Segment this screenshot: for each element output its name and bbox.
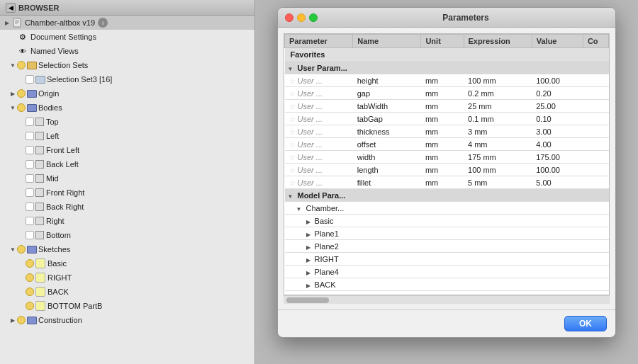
param-row-tabwidth[interactable]: ☆ User ... tabWidth mm 25 mm 25.00 — [285, 100, 609, 113]
param-row-length[interactable]: ☆ User ... length mm 100 mm 100.00 — [285, 164, 609, 176]
browser-tree: Chamber-altbox v19 i ⚙ Document Settings… — [0, 16, 254, 364]
bottom-label: Bottom — [46, 231, 71, 239]
browser-panel-title: BROWSER — [18, 4, 59, 12]
param-unit-tabwidth: mm — [421, 100, 464, 113]
ok-button[interactable]: OK — [564, 316, 607, 331]
back-right-body-icon — [35, 203, 44, 211]
tree-item-doc-settings[interactable]: ⚙ Document Settings — [0, 30, 254, 44]
front-left-check-icon — [26, 146, 34, 154]
col-expression: Expression — [464, 35, 532, 48]
browser-title-bar: ◀ BROWSER — [0, 0, 254, 16]
model-params-expand-arrow — [288, 193, 293, 200]
dialog-title: Parameters — [323, 13, 608, 23]
param-star-fillet: ☆ User ... — [285, 176, 353, 189]
selection-sets-icon — [17, 61, 26, 69]
param-expr-length: 100 mm — [464, 164, 532, 176]
model-params-section-header[interactable]: Model Para... — [285, 189, 609, 202]
model-param-plane4[interactable]: Plane4 — [285, 266, 609, 278]
param-val-height: 100.00 — [532, 74, 583, 87]
maximize-button[interactable] — [309, 13, 318, 22]
bottom-partb-icon — [35, 301, 45, 311]
tree-item-mid[interactable]: Mid — [0, 171, 254, 186]
param-row-fillet[interactable]: ☆ User ... fillet mm 5 mm 5.00 — [285, 176, 609, 189]
model-param-plane1[interactable]: Plane1 — [285, 227, 609, 240]
tree-item-front-left[interactable]: Front Left — [0, 143, 254, 157]
right-mp-cell: RIGHT — [285, 253, 609, 266]
tree-item-right-sketch[interactable]: RIGHT — [0, 271, 254, 285]
user-params-section-header[interactable]: User Param... — [285, 62, 609, 74]
plane1-label: Plane1 — [315, 229, 339, 238]
right-body-icon — [35, 217, 44, 225]
tree-item-back-right[interactable]: Back Right — [0, 200, 254, 214]
model-param-chamber[interactable]: Chamber... — [285, 202, 609, 215]
params-table-container[interactable]: Parameter Name Unit Expression Value Co … — [284, 33, 610, 295]
sketches-arrow — [9, 245, 17, 254]
model-param-right[interactable]: RIGHT — [285, 253, 609, 266]
basic-sketch-icon — [35, 258, 45, 268]
param-name-tabwidth: tabWidth — [353, 100, 421, 113]
param-star-width: ☆ User ... — [285, 151, 353, 164]
right-check-icon — [26, 217, 34, 225]
horizontal-scrollbar[interactable] — [284, 295, 610, 304]
tree-item-basic-sketch[interactable]: Basic — [0, 256, 254, 271]
tree-item-selection-set3[interactable]: Selection Set3 [16] — [0, 72, 254, 86]
param-val-tabwidth: 25.00 — [532, 100, 583, 113]
tree-item-named-views[interactable]: 👁 Named Views — [0, 44, 254, 58]
scrollbar-thumb[interactable] — [286, 297, 329, 303]
tree-item-bottom-partb[interactable]: BOTTOM PartB — [0, 299, 254, 313]
param-unit-fillet: mm — [421, 176, 464, 189]
param-row-gap[interactable]: ☆ User ... gap mm 0.2 mm 0.20 — [285, 87, 609, 100]
param-row-tabgap[interactable]: ☆ User ... tabGap mm 0.1 mm 0.10 — [285, 113, 609, 125]
tree-item-bottom[interactable]: Bottom — [0, 228, 254, 242]
doc-settings-label: Document Settings — [30, 33, 96, 41]
param-name-fillet: fillet — [353, 176, 421, 189]
param-row-offset[interactable]: ☆ User ... offset mm 4 mm 4.00 — [285, 138, 609, 151]
user-params-header-cell: User Param... — [285, 62, 609, 74]
dialog-footer: OK — [278, 309, 615, 337]
tree-item-left[interactable]: Left — [0, 129, 254, 143]
tree-item-back-sketch[interactable]: BACK — [0, 285, 254, 299]
param-name-offset: offset — [353, 138, 421, 151]
tree-item-origin[interactable]: Origin — [0, 86, 254, 101]
chamber-cell: Chamber... — [285, 202, 609, 215]
tree-item-construction[interactable]: Construction — [0, 313, 254, 327]
param-val-length: 100.00 — [532, 164, 583, 176]
param-name-height: height — [353, 74, 421, 87]
minimize-button[interactable] — [297, 13, 306, 22]
param-row-thickness[interactable]: ☆ User ... thickness mm 3 mm 3.00 — [285, 125, 609, 138]
tree-item-front-right[interactable]: Front Right — [0, 186, 254, 200]
plane4-label: Plane4 — [315, 268, 339, 276]
model-param-back[interactable]: BACK — [285, 278, 609, 291]
plane2-label: Plane2 — [315, 242, 339, 251]
param-expr-width: 175 mm — [464, 151, 532, 164]
param-row-height[interactable]: ☆ User ... height mm 100 mm 100.00 — [285, 74, 609, 87]
construction-folder-icon — [27, 317, 37, 324]
browser-document-item[interactable]: Chamber-altbox v19 i — [0, 16, 254, 30]
param-unit-thickness: mm — [421, 125, 464, 138]
param-star-tabgap: ☆ User ... — [285, 113, 353, 125]
bodies-bulb-icon — [17, 103, 26, 112]
mid-label: Mid — [46, 174, 59, 183]
tree-item-right[interactable]: Right — [0, 214, 254, 228]
model-params-header-cell: Model Para... — [285, 189, 609, 202]
gear-icon: ⚙ — [17, 31, 28, 42]
back-left-label: Back Left — [46, 160, 79, 169]
left-check-icon — [26, 132, 34, 140]
param-row-width[interactable]: ☆ User ... width mm 175 mm 175.00 — [285, 151, 609, 164]
back-mp-arrow — [306, 283, 310, 289]
tree-item-bodies[interactable]: Bodies — [0, 101, 254, 115]
tree-item-top[interactable]: Top — [0, 115, 254, 129]
param-expr-height: 100 mm — [464, 74, 532, 87]
back-sketch-icon — [35, 287, 45, 297]
selection-sets-arrow — [9, 61, 17, 69]
collapse-button[interactable]: ◀ — [6, 3, 16, 13]
tree-item-sketches[interactable]: Sketches — [0, 242, 254, 256]
bottom-body-icon — [35, 231, 44, 239]
close-button[interactable] — [285, 13, 293, 22]
tree-item-back-left[interactable]: Back Left — [0, 157, 254, 171]
model-param-basic[interactable]: Basic — [285, 215, 609, 227]
svg-rect-0 — [13, 18, 21, 27]
bottom-check-icon — [26, 231, 34, 239]
model-param-plane2[interactable]: Plane2 — [285, 240, 609, 253]
tree-item-selection-sets[interactable]: Selection Sets — [0, 58, 254, 72]
